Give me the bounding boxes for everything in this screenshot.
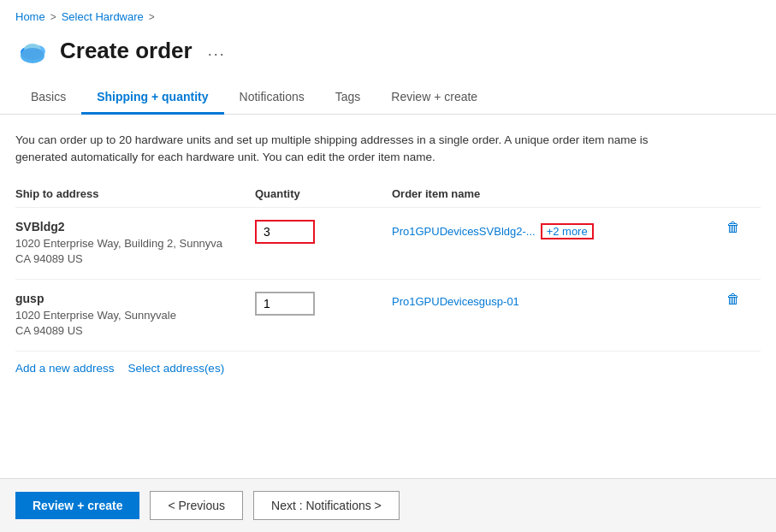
review-create-button[interactable]: Review + create <box>15 492 139 519</box>
breadcrumb-sep2: > <box>149 11 155 23</box>
address-line2-2: CA 94089 US <box>15 323 255 339</box>
breadcrumb-home[interactable]: Home <box>15 10 45 23</box>
delete-icon-1[interactable]: 🗑 <box>726 218 740 234</box>
tab-review[interactable]: Review + create <box>376 81 493 115</box>
previous-button[interactable]: < Previous <box>150 491 243 520</box>
address-name-2: gusp <box>15 292 255 305</box>
tab-tags[interactable]: Tags <box>320 81 376 115</box>
quantity-cell-2 <box>255 292 392 316</box>
quantity-input-2[interactable] <box>255 292 315 316</box>
delete-icon-2[interactable]: 🗑 <box>726 290 740 306</box>
svg-point-4 <box>21 48 44 60</box>
tab-shipping[interactable]: Shipping + quantity <box>81 81 223 115</box>
quantity-cell-1 <box>255 220 392 244</box>
more-badge-1[interactable]: +2 more <box>541 223 594 239</box>
breadcrumb-select-hardware[interactable]: Select Hardware <box>62 10 144 23</box>
add-address-link[interactable]: Add a new address <box>15 362 115 375</box>
col-order-item: Order item name <box>392 187 726 200</box>
tab-notifications[interactable]: Notifications <box>224 81 320 115</box>
address-line1-2: 1020 Enterprise Way, Sunnyvale <box>15 308 255 323</box>
delete-cell-2: 🗑 <box>726 292 761 307</box>
address-line1-1: 1020 Enterprise Way, Building 2, Sunnyva <box>15 236 255 251</box>
tab-basics[interactable]: Basics <box>15 81 81 115</box>
order-link-2[interactable]: Pro1GPUDevicesgusp-01 <box>392 295 519 308</box>
col-quantity: Quantity <box>255 187 392 200</box>
description-text: You can order up to 20 hardware units an… <box>15 132 700 167</box>
select-addresses-link[interactable]: Select address(es) <box>128 362 225 375</box>
order-items-cell-1: Pro1GPUDevicesSVBldg2-... +2 more <box>392 220 726 239</box>
table-header: Ship to address Quantity Order item name <box>15 187 761 208</box>
order-link-1[interactable]: Pro1GPUDevicesSVBldg2-... <box>392 225 536 238</box>
next-notifications-button[interactable]: Next : Notifications > <box>253 491 400 520</box>
cloud-icon <box>15 33 50 68</box>
quantity-input-1[interactable] <box>255 220 315 244</box>
main-content: You can order up to 20 hardware units an… <box>0 115 776 388</box>
page-header: Create order ... <box>0 30 776 81</box>
delete-cell-1: 🗑 <box>726 220 761 235</box>
address-name-1: SVBldg2 <box>15 220 255 233</box>
table-row: SVBldg2 1020 Enterprise Way, Building 2,… <box>15 208 761 280</box>
address-cell-1: SVBldg2 1020 Enterprise Way, Building 2,… <box>15 220 255 267</box>
breadcrumb-sep1: > <box>50 11 56 23</box>
more-button[interactable]: ... <box>208 42 226 60</box>
footer: Review + create < Previous Next : Notifi… <box>0 478 776 532</box>
address-cell-2: gusp 1020 Enterprise Way, Sunnyvale CA 9… <box>15 292 255 339</box>
add-links: Add a new address Select address(es) <box>15 362 761 375</box>
table-row: gusp 1020 Enterprise Way, Sunnyvale CA 9… <box>15 280 761 352</box>
page-title: Create order <box>60 38 193 64</box>
tabs-bar: Basics Shipping + quantity Notifications… <box>0 81 776 115</box>
order-items-cell-2: Pro1GPUDevicesgusp-01 <box>392 292 726 308</box>
address-line2-1: CA 94089 US <box>15 251 255 267</box>
col-ship-to: Ship to address <box>15 187 255 200</box>
breadcrumb: Home > Select Hardware > <box>0 0 776 30</box>
